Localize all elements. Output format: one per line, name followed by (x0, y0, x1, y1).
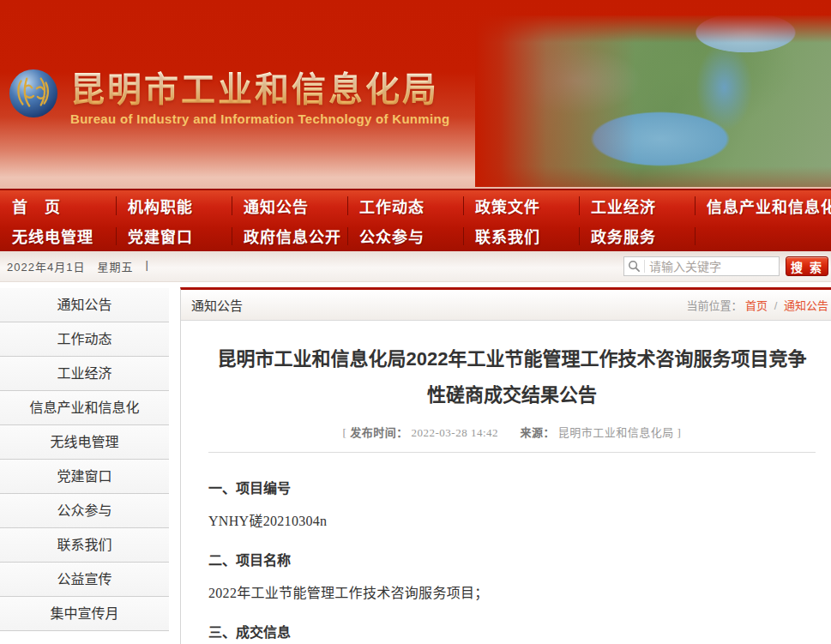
nav-item-empty (695, 221, 831, 252)
article: 昆明市工业和信息化局2022年工业节能管理工作技术咨询服务项目竞争性磋商成交结果… (181, 321, 831, 644)
article-section: 三、成交信息 成交供应商名称：中国建材检验认证集团云南合信有限公司供应商地址：中… (208, 621, 816, 644)
article-title: 昆明市工业和信息化局2022年工业节能管理工作技术咨询服务项目竞争性磋商成交结果… (208, 341, 816, 413)
brand-text: 昆明市工业和信息化局 Bureau of Industry and Inform… (70, 69, 449, 126)
sidebar-item[interactable]: 联系我们 (0, 528, 169, 563)
sidebar-item[interactable]: 通知公告 (0, 288, 169, 322)
nav-item[interactable]: 工作动态 (347, 190, 463, 221)
utility-bar: 2022年4月1日 星期五 | 搜 索 (0, 251, 831, 282)
site-subtitle: Bureau of Industry and Information Techn… (70, 111, 449, 126)
page: 昆明市工业和信息化局 Bureau of Industry and Inform… (0, 0, 831, 644)
sidebar-item[interactable]: 集中宣传月 (0, 597, 169, 631)
nav-item[interactable]: 机构职能 (116, 190, 232, 221)
section-heading: 二、项目名称 (208, 549, 816, 569)
section-heading: 三、成交信息 (208, 621, 816, 641)
meta-bracket-close: ] (677, 426, 682, 439)
section-paragraphs: 2022年工业节能管理工作技术咨询服务项目； (208, 583, 816, 604)
nav-item[interactable]: 信息产业和信息化 (695, 190, 831, 221)
nav-item[interactable]: 公众参与 (347, 221, 463, 252)
nav-item[interactable]: 无线电管理 (0, 221, 116, 252)
breadcrumb-separator: / (771, 299, 781, 312)
section-paragraphs: YNHY磋20210304n (208, 511, 816, 532)
article-section: 二、项目名称 2022年工业节能管理工作技术咨询服务项目； (208, 549, 816, 604)
sidebar-item[interactable]: 党建窗口 (0, 460, 169, 494)
sidebar-item[interactable]: 公益宣传 (0, 563, 169, 597)
sidebar-item[interactable]: 信息产业和信息化 (0, 391, 169, 425)
source-label: 来源： (521, 426, 556, 439)
header-cityscape-image (475, 15, 831, 187)
search-divider (644, 260, 645, 273)
nav-item[interactable]: 工业经济 (579, 190, 695, 221)
section-tab-label: 通知公告 (191, 296, 243, 314)
current-date: 2022年4月1日 (7, 258, 85, 274)
search-icon (628, 260, 641, 273)
nav-item[interactable]: 政策文件 (463, 190, 579, 221)
search-area: 搜 索 (623, 256, 828, 276)
site-brand[interactable]: 昆明市工业和信息化局 Bureau of Industry and Inform… (9, 69, 449, 126)
article-paragraph: YNHY磋20210304n (208, 511, 816, 532)
article-body: 一、项目编号 YNHY磋20210304n 二、项目名称 2022年工业节能管理… (208, 453, 816, 644)
article-paragraph: 2022年工业节能管理工作技术咨询服务项目； (208, 583, 816, 604)
nav-item[interactable]: 政务服务 (579, 221, 695, 252)
nav-item[interactable]: 通知公告 (232, 190, 347, 221)
section-heading: 一、项目编号 (208, 477, 816, 497)
breadcrumb-home-link[interactable]: 首页 (745, 299, 768, 312)
sidebar-menu: 通知公告 工作动态 工业经济 信息产业和信息化 无线电管理 党建窗口 公众参与 … (0, 288, 169, 631)
content-area: 通知公告 工作动态 工业经济 信息产业和信息化 无线电管理 党建窗口 公众参与 … (0, 282, 831, 644)
current-weekday: 星期五 (97, 258, 133, 274)
sidebar-item[interactable]: 公众参与 (0, 494, 169, 528)
site-banner: 昆明市工业和信息化局 Bureau of Industry and Inform… (0, 0, 831, 190)
date-line: 2022年4月1日 星期五 | (7, 258, 149, 274)
search-button[interactable]: 搜 索 (786, 256, 828, 276)
nav-item[interactable]: 政府信息公开 (232, 221, 347, 252)
breadcrumb-current-link[interactable]: 通知公告 (784, 299, 828, 312)
source-value: 昆明市工业和信息化局 (558, 426, 674, 439)
site-logo-icon (9, 69, 58, 118)
date-divider: | (145, 258, 148, 274)
search-box[interactable] (623, 256, 780, 276)
sidebar-item[interactable]: 无线电管理 (0, 425, 169, 460)
article-section: 一、项目编号 YNHY磋20210304n (208, 477, 816, 532)
nav-item[interactable]: 党建窗口 (116, 221, 232, 252)
main-content-box: 通知公告 当前位置： 首页 / 通知公告 昆明市工业和信息化局2022年工业节能… (180, 287, 831, 644)
main-nav: 首 页机构职能通知公告工作动态政策文件工业经济信息产业和信息化无线电管理党建窗口… (0, 190, 831, 251)
article-meta: [ 发布时间： 2022-03-28 14:42 来源： 昆明市工业和信息化局 … (208, 424, 816, 453)
breadcrumb-prefix: 当前位置： (686, 299, 742, 312)
sidebar-item[interactable]: 工业经济 (0, 357, 169, 391)
meta-bracket-open: [ (343, 426, 347, 439)
publish-time-label: 发布时间： (350, 426, 408, 439)
search-input[interactable] (649, 260, 775, 274)
nav-item[interactable]: 联系我们 (463, 221, 579, 252)
site-title: 昆明市工业和信息化局 (70, 70, 449, 108)
sidebar-item[interactable]: 工作动态 (0, 322, 169, 357)
section-tab-bar: 通知公告 当前位置： 首页 / 通知公告 (181, 290, 831, 321)
nav-item[interactable]: 首 页 (0, 190, 116, 221)
breadcrumb: 当前位置： 首页 / 通知公告 (686, 297, 828, 313)
publish-time-value: 2022-03-28 14:42 (411, 426, 498, 439)
